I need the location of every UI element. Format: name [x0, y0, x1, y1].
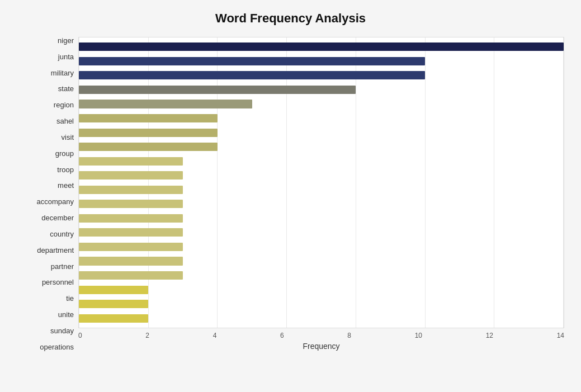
bar-row [79, 197, 564, 211]
bar [79, 186, 183, 194]
bar [79, 129, 218, 137]
y-label: troop [57, 166, 74, 173]
bar-row [79, 140, 564, 154]
bar-row [79, 40, 564, 54]
bar-row [79, 83, 564, 97]
x-tick: 2 [145, 332, 149, 339]
bar-row [79, 311, 564, 325]
y-label: tie [66, 295, 74, 302]
bar-row [79, 68, 564, 83]
bar [79, 243, 183, 251]
bar-row [79, 282, 564, 297]
bar [79, 271, 183, 280]
bar-row [79, 225, 564, 240]
bar-row [79, 97, 564, 111]
x-tick: 6 [280, 332, 284, 339]
y-label: operations [40, 343, 74, 351]
bar [79, 300, 148, 308]
bar [79, 71, 425, 79]
x-tick: 10 [415, 332, 422, 339]
y-label: meet [58, 182, 74, 189]
bar-row [79, 240, 564, 254]
y-label: sunday [50, 327, 74, 334]
chart-area: nigerjuntamilitarystateregionsahelvisitg… [17, 37, 564, 351]
y-label: niger [58, 37, 74, 44]
x-axis-label: Frequency [78, 342, 564, 351]
y-axis-labels: nigerjuntamilitarystateregionsahelvisitg… [17, 37, 78, 351]
bar-row [79, 111, 564, 126]
y-label: sahel [56, 117, 74, 125]
bar-row [79, 268, 564, 283]
chart-title: Word Frequency Analysis [17, 11, 564, 26]
x-axis: 02468101214 [78, 328, 564, 339]
bar [79, 200, 183, 208]
y-label: region [54, 101, 74, 108]
bar-row [79, 182, 564, 197]
bars-and-xaxis: 02468101214 Frequency [78, 37, 564, 351]
y-label: military [51, 69, 74, 77]
bar-row [79, 154, 564, 168]
y-label: unite [58, 311, 74, 318]
bar [79, 86, 356, 94]
bar [79, 214, 183, 223]
y-label: group [55, 150, 74, 157]
bar-row [79, 54, 564, 69]
bars-panel [78, 37, 564, 328]
x-tick: 14 [557, 332, 564, 339]
bar [79, 157, 183, 166]
bar-row [79, 254, 564, 268]
bar [79, 143, 218, 151]
bar [79, 257, 183, 265]
y-label: december [41, 214, 74, 221]
bar-row [79, 211, 564, 226]
bar [79, 114, 218, 122]
y-label: visit [62, 134, 74, 141]
y-label: country [50, 230, 74, 238]
bar [79, 42, 564, 51]
bar [79, 57, 425, 65]
x-tick: 8 [347, 332, 351, 339]
y-label: accompany [37, 198, 74, 205]
bar [79, 100, 252, 108]
bar-row [79, 125, 564, 140]
bar-row [79, 297, 564, 311]
y-label: junta [58, 53, 74, 60]
y-label: department [37, 247, 74, 254]
bar [79, 286, 148, 294]
bar [79, 314, 148, 323]
y-label: partner [51, 263, 74, 270]
bar [79, 228, 183, 237]
y-label: state [58, 85, 74, 92]
x-tick: 12 [486, 332, 493, 339]
x-tick: 0 [78, 332, 82, 339]
x-tick: 4 [213, 332, 217, 339]
bars-inner [79, 37, 564, 328]
chart-container: Word Frequency Analysis nigerjuntamilita… [0, 0, 581, 392]
y-label: personnel [42, 278, 74, 286]
bar-row [79, 168, 564, 183]
bar [79, 171, 183, 180]
